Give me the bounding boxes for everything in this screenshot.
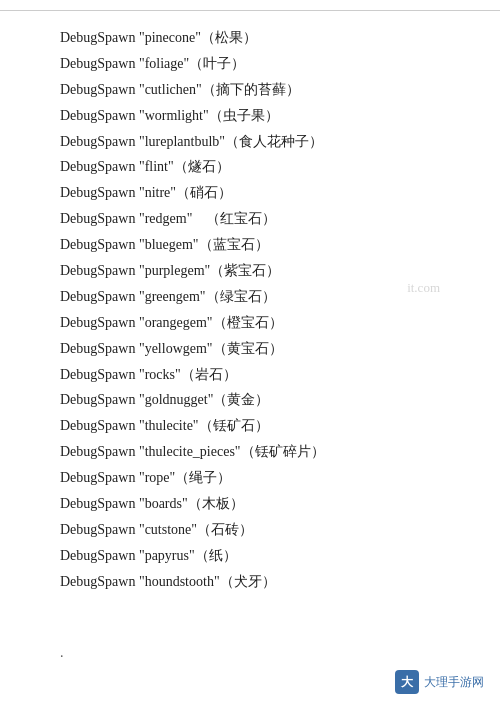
list-item: DebugSpawn "yellowgem"（黄宝石）: [60, 336, 440, 362]
list-item: DebugSpawn "thulecite_pieces"（铥矿碎片）: [60, 439, 440, 465]
dot-marker: .: [60, 645, 500, 661]
list-item: DebugSpawn "rope"（绳子）: [60, 465, 440, 491]
top-divider: [0, 10, 500, 11]
list-item: DebugSpawn "bluegem"（蓝宝石）: [60, 232, 440, 258]
bottom-logo: 大 大理手游网: [395, 670, 484, 694]
list-item: DebugSpawn "cutstone"（石砖）: [60, 517, 440, 543]
list-item: DebugSpawn "orangegem"（橙宝石）: [60, 310, 440, 336]
entries-list: DebugSpawn "pinecone"（松果）DebugSpawn "fol…: [60, 25, 440, 595]
list-item: DebugSpawn "wormlight"（虫子果）: [60, 103, 440, 129]
list-item: DebugSpawn "cutlichen"（摘下的苔藓）: [60, 77, 440, 103]
list-item: DebugSpawn "nitre"（硝石）: [60, 180, 440, 206]
list-item: DebugSpawn "houndstooth"（犬牙）: [60, 569, 440, 595]
content-area: DebugSpawn "pinecone"（松果）DebugSpawn "fol…: [0, 19, 500, 635]
list-item: DebugSpawn "flint"（燧石）: [60, 154, 440, 180]
list-item: DebugSpawn "redgem" （红宝石）: [60, 206, 440, 232]
list-item: DebugSpawn "purplegem"（紫宝石）: [60, 258, 440, 284]
list-item: DebugSpawn "rocks"（岩石）: [60, 362, 440, 388]
list-item: DebugSpawn "lureplantbulb"（食人花种子）: [60, 129, 440, 155]
list-item: DebugSpawn "thulecite"（铥矿石）: [60, 413, 440, 439]
list-item: DebugSpawn "pinecone"（松果）: [60, 25, 440, 51]
logo-icon: 大: [395, 670, 419, 694]
list-item: DebugSpawn "boards"（木板）: [60, 491, 440, 517]
list-item: DebugSpawn "foliage"（叶子）: [60, 51, 440, 77]
list-item: DebugSpawn "goldnugget"（黄金）: [60, 387, 440, 413]
logo-label: 大理手游网: [424, 674, 484, 691]
list-item: DebugSpawn "papyrus"（纸）: [60, 543, 440, 569]
list-item: DebugSpawn "greengem"（绿宝石）: [60, 284, 440, 310]
